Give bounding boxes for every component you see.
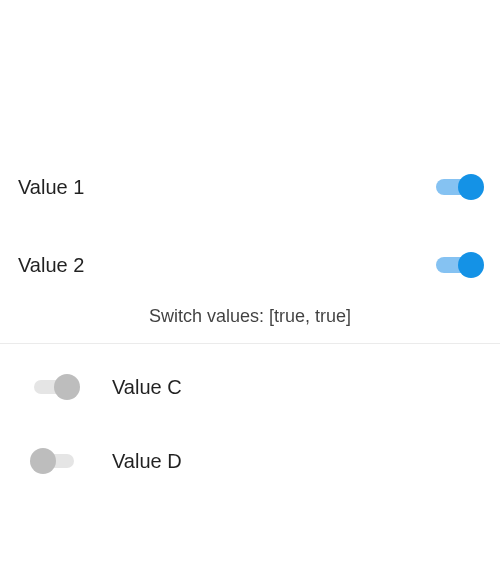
- switch-label: Value 2: [18, 254, 84, 277]
- switch-thumb-icon: [458, 252, 484, 278]
- switch-toggle-value-c[interactable]: [30, 372, 82, 402]
- switch-row-value-c: Value C: [0, 350, 500, 424]
- switch-row-value-d: Value D: [0, 424, 500, 498]
- switch-label: Value C: [112, 376, 182, 399]
- switch-label: Value D: [112, 450, 182, 473]
- switch-toggle-value-d[interactable]: [30, 446, 82, 476]
- switch-toggle-value-2[interactable]: [436, 251, 482, 279]
- switch-row-value-2: Value 2: [0, 226, 500, 304]
- switch-thumb-icon: [458, 174, 484, 200]
- status-text: Switch values: [true, true]: [0, 304, 500, 343]
- switch-toggle-value-1[interactable]: [436, 173, 482, 201]
- switch-thumb-icon: [54, 374, 80, 400]
- switch-row-value-1: Value 1: [0, 148, 500, 226]
- switch-thumb-icon: [30, 448, 56, 474]
- switch-label: Value 1: [18, 176, 84, 199]
